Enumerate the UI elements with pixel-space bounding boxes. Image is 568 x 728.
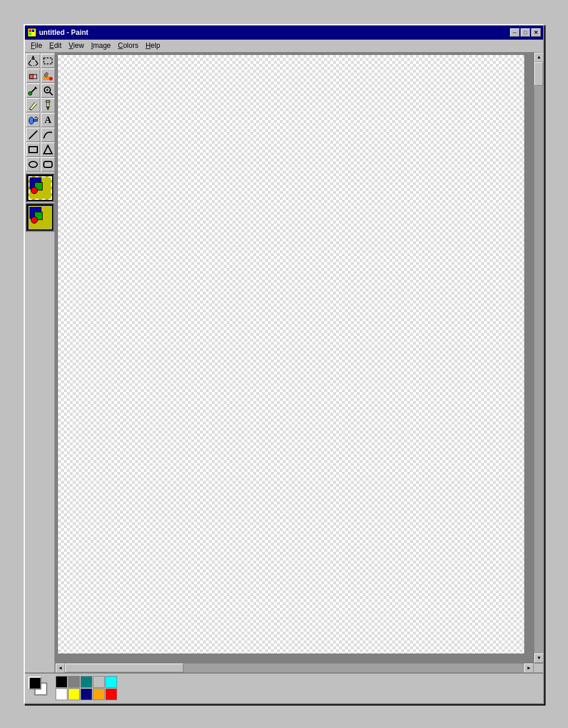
svg-marker-4 [32,56,34,59]
color-palette-area [25,672,543,703]
svg-rect-2 [32,30,34,32]
drawing-canvas[interactable] [58,55,524,653]
scroll-down-button[interactable]: ▼ [534,653,543,663]
svg-rect-1 [29,30,31,32]
svg-rect-27 [46,101,50,102]
svg-rect-3 [29,33,31,35]
palette-color-black[interactable] [56,676,67,688]
svg-line-6 [36,60,38,64]
palette-color-orange[interactable] [93,688,105,700]
canvas-container [56,53,534,663]
svg-marker-36 [44,145,52,154]
maximize-button[interactable]: □ [521,28,530,37]
scroll-thumb-v[interactable] [534,62,543,86]
palette-color-gray[interactable] [68,676,80,688]
svg-point-32 [34,117,36,118]
polygon-tool[interactable] [41,143,55,157]
svg-point-33 [37,117,38,118]
menu-help[interactable]: Help [142,40,164,51]
app-icon [27,28,37,37]
ellipse-tool[interactable] [26,157,40,172]
canvas-scroll-area: ▲ ▼ [56,53,543,663]
foreground-color-box[interactable] [28,677,41,690]
menu-image[interactable]: Image [88,40,114,51]
svg-marker-26 [47,107,49,110]
palette-color-cyan[interactable] [105,676,117,688]
fill-tool[interactable] [41,69,55,83]
tool-preview-2 [26,203,54,232]
svg-line-20 [50,92,53,95]
svg-rect-10 [44,58,52,64]
text-tool[interactable]: A [41,113,55,127]
round-rect-tool[interactable] [41,157,55,172]
line-tool[interactable] [26,128,40,142]
pencil-tool[interactable] [26,98,40,112]
svg-line-34 [29,131,37,139]
palette-color-yellow[interactable] [68,688,80,700]
svg-rect-12 [30,75,33,79]
tool-grid: A [26,54,53,172]
palette-color-silver[interactable] [93,676,105,688]
svg-line-5 [28,60,31,64]
horizontal-scrollbar-row: ◄ ► [56,663,543,672]
scroll-left-button[interactable]: ◄ [56,664,65,672]
close-button[interactable]: ✕ [531,28,541,37]
window-title: untitled - Paint [39,28,88,37]
palette-color-navy[interactable] [80,688,92,700]
menu-file[interactable]: File [27,40,46,51]
curve-tool[interactable] [41,128,55,142]
color-selector [28,677,52,700]
rect-tool[interactable] [26,143,40,157]
title-buttons: ─ □ ✕ [510,28,541,37]
tool-preview-1 [26,174,54,202]
svg-point-15 [49,77,53,80]
svg-point-37 [29,161,37,167]
canvas-area: ▲ ▼ ◄ ► [56,53,543,672]
menu-view[interactable]: View [65,40,88,51]
svg-point-31 [36,117,37,118]
vertical-scrollbar: ▲ ▼ [534,53,543,663]
scroll-corner [534,664,543,672]
eyedropper-tool[interactable] [26,83,40,98]
scroll-track-h[interactable] [65,664,524,672]
tool-preview-area [26,174,53,232]
magnify-tool[interactable] [41,83,55,98]
free-select-tool[interactable] [26,54,40,68]
svg-point-28 [29,117,34,124]
brush-tool[interactable] [41,98,55,112]
svg-rect-38 [44,161,52,167]
scroll-up-button[interactable]: ▲ [534,53,543,62]
menu-edit[interactable]: Edit [46,40,65,51]
svg-point-17 [28,92,32,95]
svg-rect-29 [34,119,37,121]
svg-line-30 [37,118,38,119]
horizontal-scrollbar [65,664,524,672]
toolbox: A [25,53,56,672]
minimize-button[interactable]: ─ [510,28,519,37]
menu-bar: File Edit View Image Colors Help [25,40,543,53]
palette-color-red[interactable] [105,688,117,700]
title-bar: untitled - Paint ─ □ ✕ [25,25,543,40]
scroll-right-button[interactable]: ► [524,664,534,672]
svg-rect-35 [29,147,37,153]
paint-window: untitled - Paint ─ □ ✕ File Edit View Im… [24,24,544,704]
airbrush-tool[interactable] [26,113,40,127]
palette-color-teal[interactable] [80,676,92,688]
eraser-tool[interactable] [26,69,40,83]
title-bar-left: untitled - Paint [27,28,88,37]
color-palette [56,676,117,700]
scroll-thumb-h[interactable] [65,664,183,672]
svg-line-7 [28,64,31,66]
svg-line-8 [36,64,38,66]
scroll-track-v[interactable] [534,62,543,653]
rect-select-tool[interactable] [41,54,55,68]
main-area: A [25,53,543,672]
menu-colors[interactable]: Colors [114,40,142,51]
palette-color-white[interactable] [56,688,67,700]
